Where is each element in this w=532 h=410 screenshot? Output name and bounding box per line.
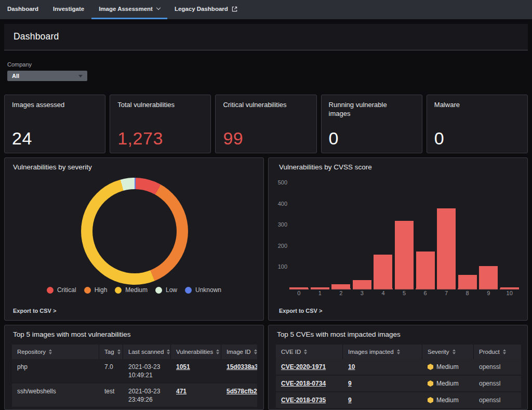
column-header-repository[interactable]: Repository [12,345,99,359]
table-header: CVE IDImages impactedSeverityProduct [276,345,521,359]
severity-chart-panel: Vulnerabilities by severity CriticalHigh… [4,157,264,321]
company-select-value: All [12,73,78,79]
last-scanned-cell: 2021-03-2310:49:21 [123,359,171,382]
bar-cvss-0 [289,287,308,288]
cve-link[interactable]: CVE-2018-0735 [281,396,326,404]
y-axis-tick: 400 [273,201,287,207]
table-row: CVE-2018-07359Mediumopenssl [276,392,521,408]
nav-item-label: Image Assessment [99,6,153,12]
cves-table-panel: Top 5 CVEs with most impacted images CVE… [268,325,528,410]
bar-slot [330,183,352,288]
legend-label: Low [166,286,177,294]
x-axis-label: 5 [394,290,415,296]
column-header-vulnerabilities[interactable]: Vulnerabilities [171,345,221,359]
legend-label: Critical [57,286,76,294]
caret-down-icon [78,75,83,77]
images-impacted-link[interactable]: 10 [348,363,355,371]
column-header-cve-id[interactable]: CVE ID [276,345,343,359]
column-header-label: Repository [17,349,46,355]
images-table: RepositoryTagLast scannedVulnerabilities… [12,345,257,410]
images-impacted-cell: 9 [343,396,422,404]
column-header-product[interactable]: Product [474,345,521,359]
sort-icon [453,349,456,354]
stat-card-total-vulnerabilities: Total vulnerabilities1,273 [110,95,211,153]
vulnerabilities-cell: 1051 [171,359,221,382]
severity-hexagon-icon [428,380,433,387]
x-axis-label: 9 [478,290,499,296]
export-csv-link[interactable]: Export to CSV > [13,308,56,314]
legend-item-medium: Medium [115,286,148,294]
column-header-label: Product [479,349,500,355]
x-axis: 012345678910 [288,290,520,296]
nav-item-image-assessment[interactable]: Image Assessment [91,0,167,19]
bar-plot [288,183,520,288]
severity-cell: Medium [422,363,474,371]
nav-item-investigate[interactable]: Investigate [46,0,91,19]
cve-link[interactable]: CVE-2020-1971 [281,363,326,371]
nav-item-dashboard[interactable]: Dashboard [0,0,46,19]
stat-value: 0 [329,128,339,149]
y-axis-tick: 500 [273,179,287,186]
x-axis-label: 10 [499,290,520,296]
cve-id-cell: CVE-2018-0735 [276,396,343,404]
x-axis-label: 4 [373,290,394,296]
column-header-label: Last scanned [128,349,164,355]
x-axis-label: 6 [415,290,436,296]
x-axis-label: 1 [310,290,331,296]
bar-cvss-5 [395,221,414,288]
vulnerability-count-link[interactable]: 1051 [176,363,190,371]
stat-value: 24 [12,128,32,149]
x-axis-label: 8 [457,290,478,296]
sort-icon [503,349,507,354]
bar-slot [499,183,520,288]
x-axis-label: 7 [436,290,457,296]
table-row: php7.02021-03-2310:49:21105115d0338a3b [12,359,257,382]
cve-link[interactable]: CVE-2018-0734 [281,380,326,387]
image-id-link[interactable]: 15d0338a3b [227,363,257,371]
export-csv-link[interactable]: Export to CSV > [279,308,322,314]
images-impacted-cell: 9 [343,380,422,387]
severity-hexagon-icon [428,397,433,403]
x-axis-label: 2 [330,290,352,296]
nav-item-legacy-dashboard[interactable]: Legacy Dashboard [167,0,245,19]
bar-slot [352,183,373,288]
page-title: Dashboard [14,31,59,42]
column-header-last-scanned[interactable]: Last scanned [123,345,171,359]
images-impacted-cell: 10 [343,363,422,371]
column-header-images-impacted[interactable]: Images impacted [343,345,422,359]
legend-item-low: Low [155,286,177,294]
cve-id-cell: CVE-2020-1971 [276,363,343,371]
bar-cvss-1 [311,287,329,288]
column-header-label: CVE ID [281,349,301,355]
scan-date: 2021-03-23 [128,388,171,395]
donut-legend: CriticalHighMediumLowUnknown [5,286,263,294]
images-impacted-link[interactable]: 9 [348,380,352,387]
image-id-link[interactable]: 5d578cfb219 [227,388,257,395]
column-header-label: Vulnerabilities [176,349,213,355]
page-header: Dashboard [4,24,528,50]
images-impacted-link[interactable]: 9 [348,396,352,404]
scan-time: 23:49:26 [128,396,171,403]
stat-label: Images assessed [12,101,90,110]
company-select[interactable]: All [7,71,87,81]
table-title: Top 5 CVEs with most impacted images [277,330,401,338]
column-header-label: Tag [104,349,114,355]
legend-item-high: High [84,286,108,294]
last-scanned-cell: 2021-03-2323:49:26 [123,383,171,407]
stat-card-running-vulnerable-images: Running vulnerable images0 [321,95,422,153]
bar-cvss-8 [458,275,477,288]
sort-icon [117,349,121,354]
stat-value: 99 [223,128,243,149]
vulnerability-count-link[interactable]: 471 [176,388,187,395]
legend-label: Medium [125,286,148,294]
column-header-severity[interactable]: Severity [422,345,474,359]
legend-label: Unknown [195,286,221,294]
x-axis-label: 0 [288,290,310,296]
chart-title: Vulnerabilities by severity [13,163,92,171]
bar-slot [394,183,415,288]
cvss-chart-panel: Vulnerabilities by CVSS score 5004003002… [268,157,528,321]
severity-label: Medium [436,396,459,404]
column-header-image-id[interactable]: Image ID [221,345,257,359]
bar-slot [436,183,457,288]
column-header-tag[interactable]: Tag [99,345,123,359]
